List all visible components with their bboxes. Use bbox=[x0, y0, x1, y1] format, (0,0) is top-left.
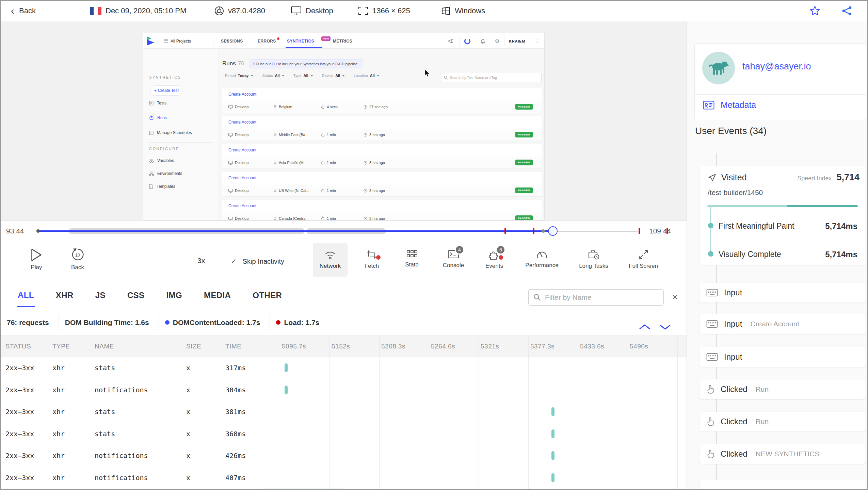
network-request-row[interactable]: 2xx–3xxxhrnotificationsx407ms bbox=[1, 467, 687, 489]
back-button[interactable]: ‹ Back bbox=[11, 1, 36, 21]
create-test-button[interactable]: +Create Test bbox=[150, 85, 182, 96]
input-event-card[interactable]: Input bbox=[700, 283, 866, 303]
run-card[interactable]: Create AccountDesktopBelgium4 secs27 sec… bbox=[222, 88, 542, 113]
resolution-label: 1366 × 625 bbox=[372, 6, 410, 15]
filter-location[interactable]: LocationAll bbox=[354, 74, 380, 78]
playhead-handle[interactable] bbox=[548, 226, 558, 236]
paint-progress-bar-late bbox=[787, 205, 858, 207]
user-menu[interactable]: KRAIEM bbox=[509, 33, 525, 49]
event-card-partial[interactable] bbox=[700, 480, 866, 490]
runs-page-title: Runs76 bbox=[222, 60, 244, 67]
click-event-card[interactable]: ClickedNEW SYNTHETICS bbox=[700, 444, 866, 464]
run-card[interactable]: Create AccountDesktopUS West (N. Cal...1… bbox=[222, 172, 542, 196]
divider bbox=[460, 35, 460, 47]
network-tab-all[interactable]: ALL bbox=[17, 281, 35, 307]
sidebar-item-tests[interactable]: Tests bbox=[149, 101, 166, 105]
jump-next-icon[interactable] bbox=[659, 323, 671, 331]
app-tab-sessions[interactable]: SESSIONS bbox=[221, 33, 243, 49]
panel-toggle-network[interactable]: Network bbox=[306, 249, 354, 270]
scrollbar-thumb[interactable] bbox=[263, 489, 344, 490]
time-axis-label: 5095.7s bbox=[282, 336, 306, 357]
click-event-card[interactable]: ClickedRun bbox=[700, 412, 866, 431]
run-details: DesktopUS West (N. Cal...1 min3 hrs agoP… bbox=[222, 185, 542, 196]
network-request-row[interactable]: 2xx–3xxxhrnotificationsx384ms bbox=[1, 379, 687, 401]
input-event-card[interactable]: Input bbox=[700, 347, 866, 367]
favorite-star-icon[interactable] bbox=[809, 5, 820, 16]
run-name-link[interactable]: Create Account bbox=[228, 176, 256, 180]
network-tab-other[interactable]: OTHER bbox=[252, 282, 283, 306]
network-filter-input[interactable]: Filter by Name bbox=[528, 289, 664, 306]
panel-toggle-events[interactable]: 6Events bbox=[470, 249, 518, 270]
kebab-menu-icon[interactable]: ⋮ bbox=[535, 33, 539, 49]
network-tab-js[interactable]: JS bbox=[95, 282, 106, 306]
panel-toggle-long-tasks[interactable]: Long Tasks bbox=[570, 249, 617, 270]
sidebar-item-runs[interactable]: Runs bbox=[149, 115, 167, 120]
filter-period[interactable]: PeriodToday bbox=[225, 74, 253, 78]
filter-status[interactable]: StatusAll bbox=[262, 74, 284, 78]
user-email-link[interactable]: tahay@asayer.io bbox=[742, 61, 811, 72]
event-row: Input bbox=[700, 283, 866, 303]
speed-index-label: Speed Index bbox=[797, 175, 832, 182]
search-placeholder: Search by Test Name or #Tag bbox=[450, 76, 497, 80]
run-name-link[interactable]: Create Account bbox=[228, 148, 256, 152]
share-icon[interactable] bbox=[841, 5, 852, 16]
event-marker[interactable] bbox=[504, 228, 506, 234]
skip-inactivity-toggle[interactable]: ✓ Skip Inactivity bbox=[231, 257, 284, 265]
request-timing-bar bbox=[285, 363, 288, 372]
app-tab-synthetics[interactable]: SYNTHETICS bbox=[287, 33, 314, 49]
run-card[interactable]: Create AccountDesktopMiddle East (Ba...1… bbox=[222, 116, 542, 141]
event-marker[interactable] bbox=[666, 228, 668, 234]
jump-prev-icon[interactable] bbox=[639, 323, 651, 331]
network-request-row[interactable]: 2xx–3xxxhrstatsx368ms bbox=[1, 423, 687, 445]
sidebar-item-templates[interactable]: Templates bbox=[149, 184, 175, 189]
run-name-link[interactable]: Create Account bbox=[228, 92, 256, 97]
app-tab-metrics[interactable]: METRICS bbox=[333, 33, 352, 49]
network-request-row[interactable]: 2xx–3xxxhrstatsx317ms bbox=[1, 357, 687, 379]
keyboard-icon bbox=[706, 289, 718, 297]
sidebar-item-manage-schedules[interactable]: Manage Schedules bbox=[149, 130, 192, 135]
network-request-row[interactable]: 2xx–3xxxhrnotificationsx426ms bbox=[1, 445, 687, 467]
sidebar-item-environments[interactable]: Environments bbox=[149, 171, 182, 176]
filter-type[interactable]: TypeAll bbox=[293, 74, 313, 78]
input-event-card[interactable]: InputCreate Account bbox=[700, 314, 866, 334]
run-device: Desktop bbox=[228, 129, 248, 141]
app-sidebar: SYNTHETICS +Create Test TestsRunsManage … bbox=[143, 49, 219, 220]
project-selector[interactable]: All Projects bbox=[164, 33, 229, 49]
panel-toggle-full-screen[interactable]: Full Screen bbox=[620, 249, 667, 270]
panel-toggle-console[interactable]: 4Console bbox=[430, 249, 477, 269]
visited-event-card[interactable]: Visited Speed Index 5,714 /test-builder/… bbox=[700, 166, 866, 265]
network-timeline-scrollbar[interactable] bbox=[1, 489, 687, 490]
filter-device[interactable]: DeviceAll bbox=[322, 74, 345, 78]
click-event-card[interactable]: ClickedRun bbox=[700, 379, 866, 399]
test-search-input[interactable]: Search by Test Name or #Tag bbox=[441, 73, 542, 82]
run-card[interactable]: Create AccountDesktopAsia Pacific (M...1… bbox=[222, 144, 542, 168]
run-name-link[interactable]: Create Account bbox=[228, 203, 256, 208]
metadata-button[interactable]: Metadata bbox=[703, 100, 756, 110]
play-button[interactable]: Play bbox=[31, 248, 42, 271]
announcements-icon[interactable]: 1 bbox=[448, 33, 454, 49]
back-10s-button[interactable]: 10 Back bbox=[71, 248, 84, 271]
playback-timeline[interactable]: 93:44 109:44 bbox=[1, 220, 687, 241]
run-name-link[interactable]: Create Account bbox=[228, 120, 256, 125]
time-axis-label: 5321s bbox=[481, 336, 499, 357]
panel-toggle-performance[interactable]: Performance bbox=[518, 249, 566, 269]
sidebar-item-variables[interactable]: Variables bbox=[149, 158, 174, 163]
cli-link[interactable]: CLI bbox=[272, 62, 277, 66]
network-tab-css[interactable]: CSS bbox=[127, 282, 145, 306]
close-panel-icon[interactable]: × bbox=[672, 291, 678, 303]
app-tab-errors[interactable]: ERRORS bbox=[258, 33, 279, 49]
event-dot-marker[interactable] bbox=[542, 229, 545, 233]
run-card[interactable]: Create AccountDesktopCanada (Centra...1 … bbox=[222, 200, 542, 220]
panel-toggle-state[interactable]: State bbox=[388, 249, 436, 268]
network-tab-img[interactable]: IMG bbox=[165, 282, 183, 306]
time-axis-label: 5208.3s bbox=[381, 336, 405, 357]
event-marker[interactable] bbox=[533, 228, 534, 234]
speed-toggle[interactable]: 3x bbox=[197, 257, 205, 265]
network-request-row[interactable]: 2xx–3xxxhrstatsx381ms bbox=[1, 401, 687, 423]
network-tab-xhr[interactable]: XHR bbox=[55, 282, 74, 306]
gear-icon[interactable]: ⚙ bbox=[495, 33, 499, 49]
cell-size: x bbox=[186, 357, 190, 379]
event-marker[interactable] bbox=[639, 228, 640, 234]
notifications-bell-icon[interactable]: 33 bbox=[480, 33, 485, 49]
network-tab-media[interactable]: MEDIA bbox=[203, 282, 231, 306]
